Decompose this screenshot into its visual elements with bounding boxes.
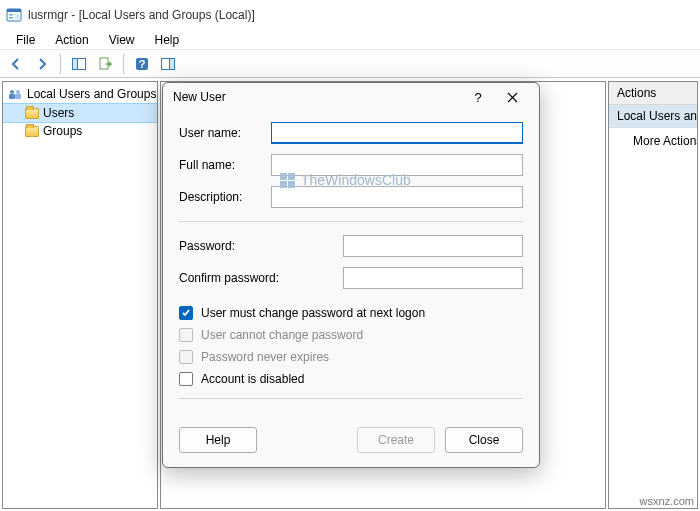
window-title: lusrmgr - [Local Users and Groups (Local…: [28, 8, 255, 22]
svg-rect-13: [9, 94, 15, 99]
row-password: Password:: [179, 235, 523, 257]
svg-rect-2: [9, 14, 13, 16]
show-hide-tree-button[interactable]: [67, 52, 91, 76]
app-icon: [6, 7, 22, 23]
checkbox-icon: [179, 306, 193, 320]
tree-item-users[interactable]: Users: [3, 104, 157, 122]
forward-button[interactable]: [30, 52, 54, 76]
label-password: Password:: [179, 239, 299, 253]
tree-item-label: Users: [43, 106, 74, 120]
input-username[interactable]: [271, 122, 523, 144]
check-label: Account is disabled: [201, 372, 304, 386]
dialog-titlebar[interactable]: New User ?: [163, 83, 539, 111]
dialog-title: New User: [173, 90, 226, 104]
back-button[interactable]: [4, 52, 28, 76]
svg-rect-11: [170, 58, 175, 69]
svg-rect-6: [73, 58, 78, 69]
menu-action[interactable]: Action: [45, 31, 98, 49]
button-help[interactable]: Help: [179, 427, 257, 453]
row-username: User name:: [179, 122, 523, 144]
tree-item-label: Groups: [43, 124, 82, 138]
actions-pane: Actions Local Users and Groups More Acti…: [608, 81, 698, 509]
folder-icon: [25, 126, 39, 137]
svg-rect-15: [15, 94, 21, 99]
tree-pane[interactable]: Local Users and Groups Users Groups: [2, 81, 158, 509]
check-must-change[interactable]: User must change password at next logon: [179, 306, 523, 320]
row-description: Description:: [179, 186, 523, 208]
check-label: Password never expires: [201, 350, 329, 364]
label-username: User name:: [179, 126, 271, 140]
menu-help[interactable]: Help: [145, 31, 190, 49]
tree-root-label: Local Users and Groups: [27, 87, 156, 101]
dialog-help-button[interactable]: ?: [461, 84, 495, 110]
toolbar-separator: [60, 54, 61, 74]
svg-rect-4: [15, 14, 19, 19]
checkbox-icon: [179, 372, 193, 386]
check-never-expires: Password never expires: [179, 350, 523, 364]
folder-icon: [25, 108, 39, 119]
button-close[interactable]: Close: [445, 427, 523, 453]
actions-more[interactable]: More Actions: [609, 128, 697, 154]
input-confirm[interactable]: [343, 267, 523, 289]
label-description: Description:: [179, 190, 271, 204]
show-hide-action-pane-button[interactable]: [156, 52, 180, 76]
help-button[interactable]: ?: [130, 52, 154, 76]
actions-header: Actions: [609, 82, 697, 105]
close-icon: [507, 92, 518, 103]
tree-root[interactable]: Local Users and Groups: [3, 84, 157, 104]
toolbar-separator: [123, 54, 124, 74]
input-password[interactable]: [343, 235, 523, 257]
checkbox-icon: [179, 328, 193, 342]
svg-point-14: [16, 90, 20, 94]
input-description[interactable]: [271, 186, 523, 208]
export-button[interactable]: [93, 52, 117, 76]
label-confirm: Confirm password:: [179, 271, 299, 285]
svg-text:?: ?: [139, 58, 146, 70]
actions-category: Local Users and Groups: [609, 105, 697, 128]
menu-bar: File Action View Help: [0, 30, 700, 50]
title-bar: lusrmgr - [Local Users and Groups (Local…: [0, 0, 700, 30]
svg-rect-1: [7, 9, 21, 12]
new-user-dialog: New User ? User name: Full name: Descrip…: [162, 82, 540, 468]
tree-item-groups[interactable]: Groups: [3, 122, 157, 140]
menu-file[interactable]: File: [6, 31, 45, 49]
check-cannot-change: User cannot change password: [179, 328, 523, 342]
menu-view[interactable]: View: [99, 31, 145, 49]
row-confirm: Confirm password:: [179, 267, 523, 289]
svg-point-12: [10, 90, 14, 94]
users-groups-icon: [7, 86, 23, 102]
dialog-footer: Help Create Close: [163, 419, 539, 467]
dialog-close-button[interactable]: [495, 84, 529, 110]
toolbar: ?: [0, 50, 700, 78]
divider: [179, 221, 523, 222]
corner-text: wsxnz.com: [640, 495, 694, 507]
divider: [179, 398, 523, 399]
svg-rect-3: [9, 17, 13, 19]
check-label: User cannot change password: [201, 328, 363, 342]
label-fullname: Full name:: [179, 158, 271, 172]
input-fullname[interactable]: [271, 154, 523, 176]
dialog-body: User name: Full name: Description: Passw…: [163, 111, 539, 419]
check-label: User must change password at next logon: [201, 306, 425, 320]
check-disabled[interactable]: Account is disabled: [179, 372, 523, 386]
row-fullname: Full name:: [179, 154, 523, 176]
actions-more-label: More Actions: [633, 134, 698, 148]
button-create: Create: [357, 427, 435, 453]
checkbox-icon: [179, 350, 193, 364]
